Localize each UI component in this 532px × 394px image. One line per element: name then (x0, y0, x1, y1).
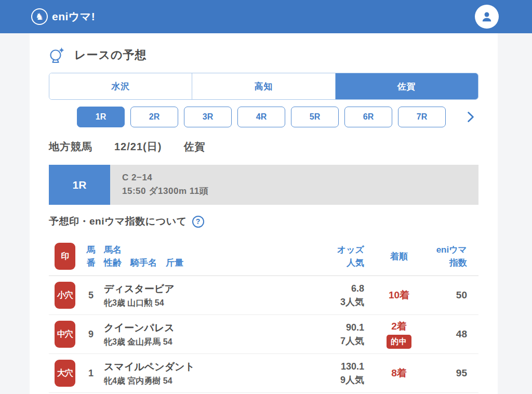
race-tab-3R[interactable]: 3R (184, 107, 232, 127)
header-rank-label: 着順 (390, 250, 408, 263)
horse-name: ディスタービア (104, 282, 291, 296)
race-tab-6R[interactable]: 6R (344, 107, 392, 127)
header-horse-name-line1: 馬名 (104, 243, 291, 256)
header-horse-name-line2: 性齢 騎手名 斤量 (104, 256, 291, 269)
race-details: 15:50 ダ1300m 11頭 (122, 185, 478, 197)
hit-badge: 的中 (387, 335, 411, 349)
table-header-row: 印 馬 番 馬名 性齢 騎手名 斤量 オッズ 人気 着順 eniウマ 指数 (49, 237, 478, 276)
rank-cell: 2着的中 (368, 320, 430, 349)
race-tab-1R[interactable]: 1R (77, 107, 125, 127)
horse-number: 9 (81, 329, 101, 340)
horse-logo-icon: ♞ (31, 8, 48, 25)
horse-name: クイーンパレス (104, 321, 291, 335)
race-venue: 佐賀 (183, 140, 205, 154)
race-date: 12/21(日) (114, 140, 162, 154)
finish-rank: 2着 (391, 320, 407, 333)
venue-tab-1[interactable]: 水沢 (49, 73, 192, 99)
odds-cell: 90.17人気 (291, 321, 368, 348)
table-body: 小穴5ディスタービア牝3歳 山口勲 546.83人気10着50中穴9クイーンパレ… (49, 276, 478, 393)
user-avatar-button[interactable] (475, 5, 499, 29)
finish-rank: 8着 (391, 366, 407, 380)
venue-tab-2[interactable]: 高知 (192, 73, 335, 99)
venue-tabs: 水沢高知佐賀 (49, 73, 478, 100)
horse-name: スマイルペンダント (104, 360, 291, 374)
venue-tab-3[interactable]: 佐賀 (335, 73, 478, 99)
table-row[interactable]: 中穴9クイーンパレス牝3歳 金山昇馬 5490.17人気2着的中48 (49, 315, 478, 354)
header-horse-number: 馬 番 (81, 243, 101, 269)
horse-detail: 牝3歳 山口勲 54 (104, 298, 291, 309)
prediction-mark-badge: 小穴 (55, 282, 75, 309)
header-index-line2: 指数 (430, 256, 467, 269)
app-logo[interactable]: ♞ eniウマ! (31, 8, 95, 25)
prediction-mark-badge: 中穴 (55, 321, 75, 348)
rank-cell: 10着 (368, 288, 430, 302)
race-tabs-list: 1R2R3R4R5R6R7R (77, 107, 446, 127)
help-icon[interactable]: ? (192, 216, 204, 228)
odds-value: 6.8 (291, 282, 364, 295)
race-class: C 2−14 (122, 173, 478, 183)
content-card: レースの予想 水沢高知佐賀 1R2R3R4R5R6R7R 地方競馬 12/21(… (30, 33, 498, 394)
section-title-row: レースの予想 (49, 45, 478, 65)
eniuma-index: 50 (430, 290, 478, 301)
crystal-ball-icon (49, 46, 65, 64)
race-info-bar[interactable]: 1R C 2−14 15:50 ダ1300m 11頭 (49, 165, 478, 205)
race-number-tabs: 1R2R3R4R5R6R7R (49, 107, 478, 127)
race-number-badge: 1R (49, 165, 110, 205)
about-label: 予想印・eniウマ指数について (49, 215, 187, 228)
horse-number: 5 (81, 290, 101, 301)
about-row: 予想印・eniウマ指数について ? (49, 215, 478, 228)
horse-name-cell: クイーンパレス牝3歳 金山昇馬 54 (101, 321, 291, 348)
rank-cell: 8着 (368, 366, 430, 380)
race-tab-4R[interactable]: 4R (237, 107, 285, 127)
table-row[interactable]: 小穴5ディスタービア牝3歳 山口勲 546.83人気10着50 (49, 276, 478, 315)
table-row[interactable]: 大穴1スマイルペンダント牝4歳 宮内勇樹 54130.19人気8着95 (49, 354, 478, 393)
header-rank: 着順 (368, 250, 430, 263)
popularity: 3人気 (291, 295, 364, 309)
horse-name-cell: スマイルペンダント牝4歳 宮内勇樹 54 (101, 360, 291, 387)
mark-cell: 小穴 (49, 282, 81, 309)
mark-header-badge: 印 (55, 243, 75, 270)
header-index-line1: eniウマ (430, 243, 467, 256)
horse-number: 1 (81, 368, 101, 379)
app-header: ♞ eniウマ! (0, 0, 532, 33)
race-info-body: C 2−14 15:50 ダ1300m 11頭 (110, 165, 478, 205)
prediction-mark-badge: 大穴 (55, 360, 75, 387)
header-horse-number-line2: 番 (81, 256, 101, 269)
header-horse-name: 馬名 性齢 騎手名 斤量 (101, 243, 291, 269)
popularity: 7人気 (291, 334, 364, 348)
odds-value: 90.1 (291, 321, 364, 334)
prediction-table: 印 馬 番 馬名 性齢 騎手名 斤量 オッズ 人気 着順 eniウマ 指数 小穴… (49, 237, 478, 393)
eniuma-index: 48 (430, 329, 478, 340)
race-tab-5R[interactable]: 5R (291, 107, 339, 127)
popularity: 9人気 (291, 373, 364, 387)
race-tab-2R[interactable]: 2R (130, 107, 178, 127)
page-title: レースの予想 (74, 47, 147, 63)
header-odds-line1: オッズ (291, 243, 364, 256)
header-eniuma-index: eniウマ 指数 (430, 243, 478, 269)
person-icon (480, 10, 494, 23)
header-mark: 印 (49, 243, 81, 270)
odds-cell: 6.83人気 (291, 282, 368, 309)
odds-cell: 130.19人気 (291, 360, 368, 387)
finish-rank: 10着 (389, 288, 409, 302)
odds-value: 130.1 (291, 360, 364, 373)
race-category: 地方競馬 (49, 140, 92, 154)
horse-detail: 牝3歳 金山昇馬 54 (104, 337, 291, 348)
next-races-button[interactable] (467, 111, 474, 123)
mark-cell: 大穴 (49, 360, 81, 387)
eniuma-index: 95 (430, 367, 478, 379)
horse-detail: 牝4歳 宮内勇樹 54 (104, 376, 291, 387)
horse-name-cell: ディスタービア牝3歳 山口勲 54 (101, 282, 291, 309)
header-horse-number-line1: 馬 (81, 243, 101, 256)
header-odds: オッズ 人気 (291, 243, 368, 269)
race-meta: 地方競馬 12/21(日) 佐賀 (49, 140, 478, 154)
race-tab-7R[interactable]: 7R (398, 107, 446, 127)
chevron-right-icon (467, 111, 474, 123)
mark-cell: 中穴 (49, 321, 81, 348)
logo-text: eniウマ! (52, 9, 95, 24)
header-odds-line2: 人気 (291, 256, 364, 269)
